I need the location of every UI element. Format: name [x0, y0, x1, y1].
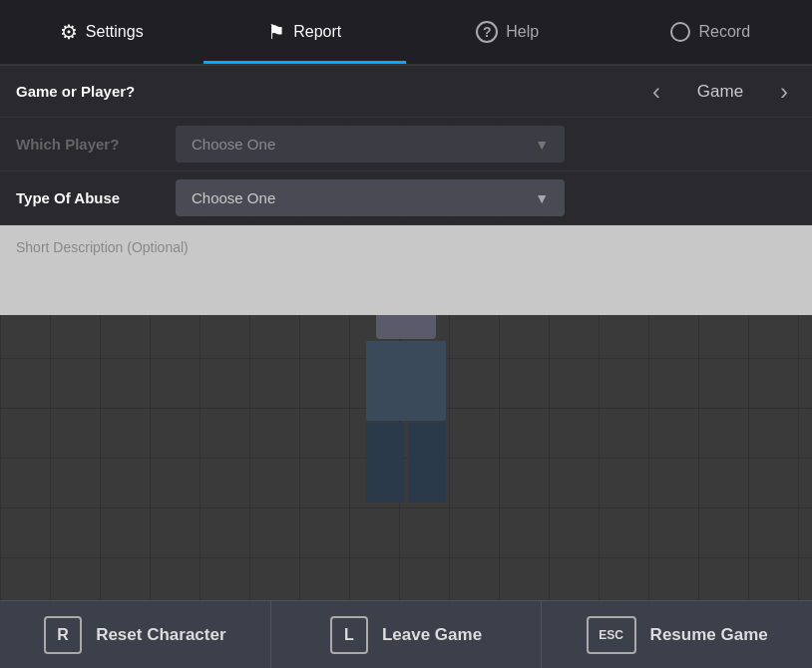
game-player-controls: ‹ Game › — [644, 76, 796, 108]
leave-game-button[interactable]: L Leave Game — [271, 600, 543, 668]
type-of-abuse-arrow-icon: ▼ — [535, 190, 549, 206]
nav-report[interactable]: ⚑ Report — [203, 0, 407, 64]
nav-record[interactable]: Record — [609, 0, 813, 64]
reset-key-badge: R — [44, 616, 82, 654]
character-legs — [366, 423, 446, 502]
nav-settings[interactable]: ⚙ Settings — [0, 0, 203, 64]
top-navbar: ⚙ Settings ⚑ Report ? Help Record — [0, 0, 812, 66]
description-textarea[interactable] — [0, 225, 812, 315]
character-leg-left — [366, 423, 404, 502]
help-icon: ? — [476, 21, 498, 43]
resume-game-label: Resume Game — [650, 625, 768, 645]
game-player-value: Game — [680, 82, 760, 102]
type-of-abuse-row: Type Of Abuse Choose One ▼ — [0, 171, 812, 225]
leave-key-badge: L — [330, 616, 368, 654]
type-of-abuse-dropdown[interactable]: Choose One ▼ — [176, 179, 565, 216]
which-player-arrow-icon: ▼ — [535, 137, 549, 153]
next-arrow-button[interactable]: › — [772, 76, 796, 108]
type-of-abuse-label: Type Of Abuse — [16, 189, 176, 206]
prev-arrow-button[interactable]: ‹ — [644, 76, 668, 108]
character-leg-right — [408, 423, 446, 502]
resume-game-button[interactable]: ESC Resume Game — [542, 600, 812, 668]
nav-settings-label: Settings — [86, 23, 144, 41]
which-player-row: Which Player? Choose One ▼ — [0, 118, 812, 171]
resume-key-badge: ESC — [587, 616, 636, 654]
report-form: Game or Player? ‹ Game › Which Player? C… — [0, 66, 812, 315]
description-row — [0, 225, 812, 315]
nav-record-label: Record — [698, 23, 750, 41]
character-torso — [366, 341, 446, 421]
bottom-bar: R Reset Character L Leave Game ESC Resum… — [0, 600, 812, 668]
flag-icon: ⚑ — [267, 20, 285, 44]
type-of-abuse-value: Choose One — [192, 189, 275, 206]
report-panel: Game or Player? ‹ Game › Which Player? C… — [0, 66, 812, 315]
which-player-label: Which Player? — [16, 136, 176, 153]
gear-icon: ⚙ — [60, 20, 78, 44]
which-player-value: Choose One — [192, 136, 275, 153]
nav-help[interactable]: ? Help — [406, 0, 609, 64]
game-or-player-label: Game or Player? — [16, 83, 636, 100]
reset-character-label: Reset Character — [96, 625, 225, 645]
which-player-dropdown[interactable]: Choose One ▼ — [176, 126, 565, 163]
nav-help-label: Help — [506, 23, 539, 41]
reset-character-button[interactable]: R Reset Character — [0, 600, 271, 668]
leave-game-label: Leave Game — [382, 625, 482, 645]
record-icon — [670, 22, 690, 42]
game-or-player-row: Game or Player? ‹ Game › — [0, 66, 812, 118]
nav-report-label: Report — [293, 23, 341, 41]
